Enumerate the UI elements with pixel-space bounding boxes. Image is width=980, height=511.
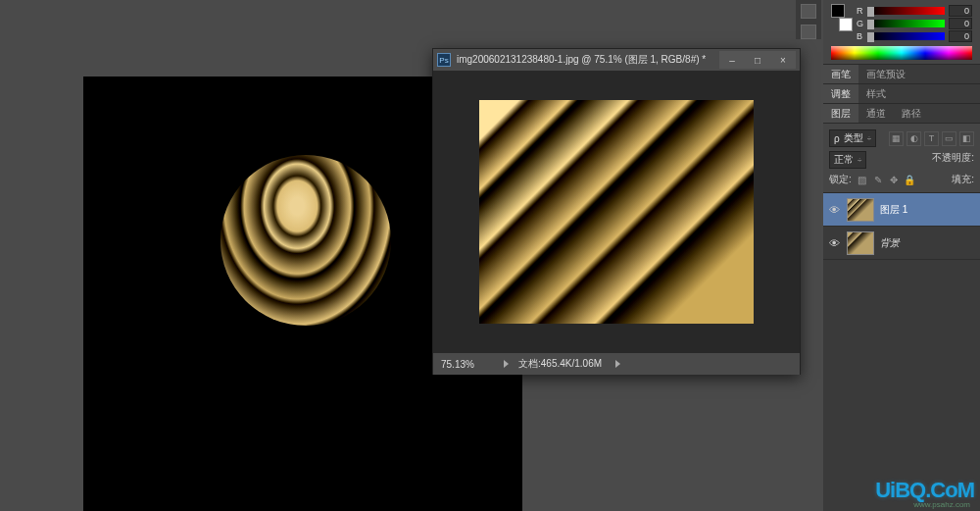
filter-adjust-icon[interactable]: ◐	[906, 131, 921, 146]
b-slider[interactable]	[870, 32, 945, 40]
document-window: Ps img200602131238480-1.jpg @ 75.1% (图层 …	[432, 48, 801, 375]
g-value[interactable]: 0	[949, 18, 972, 29]
layer-name[interactable]: 图层 1	[880, 203, 976, 217]
layers-panel: ρ 类型 ÷ ▦ ◐ T ▭ ◧ 正常 ÷ 不透明度:	[823, 124, 980, 511]
filter-type-icon[interactable]: T	[924, 131, 939, 146]
tab-brush-presets[interactable]: 画笔预设	[858, 65, 913, 83]
filter-smart-icon[interactable]: ◧	[959, 131, 974, 146]
layer-filter-kind[interactable]: ρ 类型 ÷	[829, 129, 876, 147]
r-label: R	[857, 6, 866, 16]
b-value[interactable]: 0	[949, 30, 972, 42]
tab-channels[interactable]: 通道	[858, 104, 894, 123]
adjust-tabs: 调整 样式	[823, 84, 980, 104]
b-label: B	[857, 31, 866, 41]
maximize-button[interactable]: □	[745, 51, 770, 69]
lock-pixels-icon[interactable]: ✎	[871, 173, 885, 186]
tab-adjustments[interactable]: 调整	[823, 84, 858, 103]
minimize-button[interactable]: –	[719, 51, 745, 69]
tab-brush[interactable]: 画笔	[823, 65, 858, 83]
document-info: 文档:465.4K/1.06M	[518, 357, 602, 371]
g-label: G	[857, 19, 866, 28]
layer-thumbnail[interactable]	[847, 231, 874, 255]
fg-bg-swatch[interactable]	[831, 4, 853, 31]
visibility-eye-icon[interactable]: 👁	[827, 204, 841, 216]
r-value[interactable]: 0	[949, 5, 972, 17]
zoom-menu-icon[interactable]	[504, 360, 509, 368]
document-title: img200602131238480-1.jpg @ 75.1% (图层 1, …	[457, 53, 719, 67]
tab-layers[interactable]: 图层	[823, 104, 858, 123]
cracked-earth-image	[479, 100, 754, 324]
blend-mode-value: 正常	[834, 153, 854, 167]
document-body[interactable]	[433, 71, 800, 353]
document-titlebar[interactable]: Ps img200602131238480-1.jpg @ 75.1% (图层 …	[433, 49, 800, 71]
visibility-eye-icon[interactable]: 👁	[827, 237, 841, 249]
opacity-label: 不透明度:	[932, 151, 974, 169]
background-swatch[interactable]	[839, 18, 853, 31]
brush-tabs: 画笔 画笔预设	[823, 65, 980, 84]
layer-thumbnail[interactable]	[847, 198, 874, 222]
lock-all-icon[interactable]: 🔒	[903, 173, 916, 186]
info-menu-icon[interactable]	[615, 360, 620, 368]
dock-icon-2[interactable]	[801, 25, 816, 39]
layers-list: 👁 图层 1 👁 背景	[823, 193, 980, 511]
watermark-sub: www.psahz.com	[913, 500, 970, 509]
photoshop-icon: Ps	[437, 53, 451, 67]
r-slider[interactable]	[870, 7, 945, 15]
layers-tabs: 图层 通道 路径	[823, 104, 980, 124]
collapsed-dock	[796, 0, 821, 39]
circle-texture-image	[220, 155, 391, 326]
dock-icon-1[interactable]	[801, 4, 816, 19]
document-statusbar: 75.13% 文档:465.4K/1.06M	[433, 353, 800, 375]
lock-position-icon[interactable]: ✥	[887, 173, 901, 186]
layer-row[interactable]: 👁 背景	[823, 227, 980, 260]
close-button[interactable]: ×	[770, 51, 796, 69]
layer-row[interactable]: 👁 图层 1	[823, 193, 980, 227]
kind-label: 类型	[844, 131, 863, 145]
lock-transparency-icon[interactable]: ▨	[856, 173, 869, 186]
filter-shape-icon[interactable]: ▭	[942, 131, 956, 146]
blend-mode-dropdown[interactable]: 正常 ÷	[829, 151, 866, 169]
color-spectrum[interactable]	[831, 46, 972, 60]
g-slider[interactable]	[870, 20, 945, 27]
fill-label: 填充:	[952, 173, 974, 186]
lock-label: 锁定:	[829, 173, 852, 186]
zoom-percentage[interactable]: 75.13%	[441, 359, 490, 370]
tab-paths[interactable]: 路径	[894, 104, 929, 123]
color-panel: R 0 G 0 B 0	[823, 0, 980, 65]
right-panel-group: R 0 G 0 B 0 画笔 画笔预设 调整 样式 图层 通道 路径	[823, 0, 980, 511]
tab-styles[interactable]: 样式	[858, 84, 894, 103]
layer-name[interactable]: 背景	[880, 236, 976, 250]
filter-pixel-icon[interactable]: ▦	[889, 131, 904, 146]
foreground-swatch[interactable]	[831, 4, 845, 18]
